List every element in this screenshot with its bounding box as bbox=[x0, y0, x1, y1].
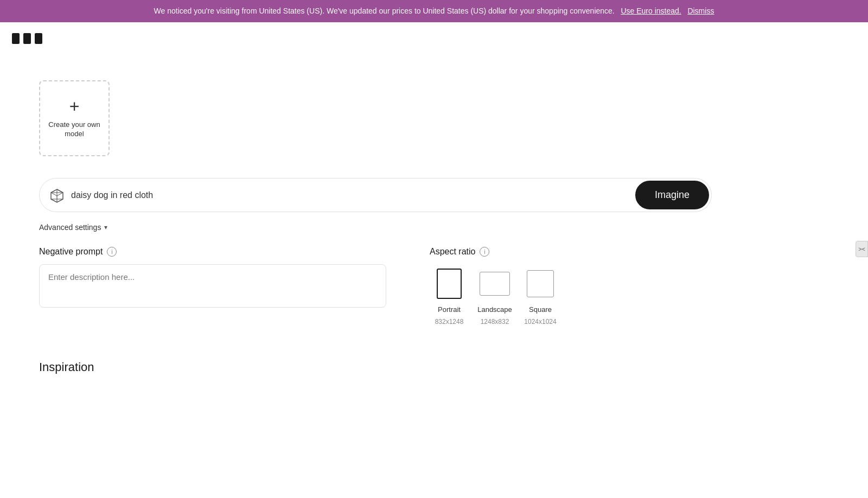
aspect-ratio-square[interactable]: Square 1024x1024 bbox=[521, 264, 560, 328]
portrait-name: Portrait bbox=[438, 305, 461, 314]
aspect-ratio-options: Portrait 832x1248 Landscape 1248x832 bbox=[430, 264, 560, 328]
notification-banner: We noticed you're visiting from United S… bbox=[0, 0, 868, 22]
square-size: 1024x1024 bbox=[524, 318, 556, 325]
aspect-ratio-portrait[interactable]: Portrait 832x1248 bbox=[430, 264, 469, 328]
square-name: Square bbox=[529, 305, 552, 314]
collapse-button[interactable]: >< bbox=[856, 241, 868, 257]
aspect-ratio-info-icon[interactable]: i bbox=[480, 247, 489, 257]
cube-icon bbox=[49, 188, 65, 203]
negative-prompt-section: Negative prompt i bbox=[39, 247, 386, 310]
aspect-ratio-label: Aspect ratio i bbox=[430, 247, 560, 257]
use-euro-link[interactable]: Use Euro instead. bbox=[621, 7, 681, 15]
negative-prompt-title: Negative prompt bbox=[39, 247, 103, 257]
landscape-size: 1248x832 bbox=[481, 318, 509, 325]
model-cards-row: + Create your own model bbox=[39, 80, 720, 156]
collapse-icon: >< bbox=[858, 246, 865, 252]
landscape-box-container bbox=[477, 266, 512, 301]
aspect-ratio-section: Aspect ratio i Portrait 832x1248 bbox=[430, 247, 560, 328]
create-model-card[interactable]: + Create your own model bbox=[39, 80, 110, 156]
prompt-icon bbox=[48, 187, 66, 204]
svg-line-7 bbox=[51, 193, 57, 196]
aspect-ratio-title: Aspect ratio bbox=[430, 247, 475, 257]
svg-line-8 bbox=[57, 193, 63, 196]
logo bbox=[11, 29, 43, 52]
svg-rect-0 bbox=[12, 33, 20, 44]
logo-icon bbox=[11, 29, 43, 48]
advanced-panel: Negative prompt i Aspect ratio i Portrai… bbox=[39, 247, 720, 328]
plus-icon: + bbox=[69, 98, 80, 115]
negative-prompt-label: Negative prompt i bbox=[39, 247, 386, 257]
create-model-label: Create your own model bbox=[47, 120, 102, 139]
prompt-container: Imagine bbox=[39, 178, 712, 212]
chevron-down-icon: ▾ bbox=[104, 224, 107, 231]
notification-text: We noticed you're visiting from United S… bbox=[154, 7, 615, 15]
svg-rect-2 bbox=[35, 33, 42, 44]
inspiration-section: Inspiration bbox=[39, 360, 720, 374]
portrait-box-container bbox=[432, 266, 467, 301]
dismiss-link[interactable]: Dismiss bbox=[687, 7, 714, 15]
prompt-input[interactable] bbox=[71, 182, 633, 209]
main-content: + Create your own model Imagine Advanced… bbox=[0, 59, 760, 396]
advanced-settings-toggle[interactable]: Advanced settings ▾ bbox=[39, 223, 720, 232]
svg-rect-1 bbox=[23, 33, 31, 44]
imagine-button[interactable]: Imagine bbox=[635, 181, 709, 209]
header bbox=[0, 22, 868, 59]
portrait-size: 832x1248 bbox=[435, 318, 464, 325]
negative-prompt-textarea[interactable] bbox=[39, 264, 386, 308]
square-box bbox=[527, 270, 554, 297]
landscape-name: Landscape bbox=[477, 305, 512, 314]
negative-prompt-info-icon[interactable]: i bbox=[107, 247, 117, 257]
advanced-settings-label: Advanced settings bbox=[39, 223, 101, 232]
inspiration-title: Inspiration bbox=[39, 360, 720, 374]
aspect-ratio-landscape[interactable]: Landscape 1248x832 bbox=[475, 264, 514, 328]
square-box-container bbox=[523, 266, 558, 301]
landscape-box bbox=[480, 272, 510, 296]
portrait-box bbox=[437, 269, 462, 299]
